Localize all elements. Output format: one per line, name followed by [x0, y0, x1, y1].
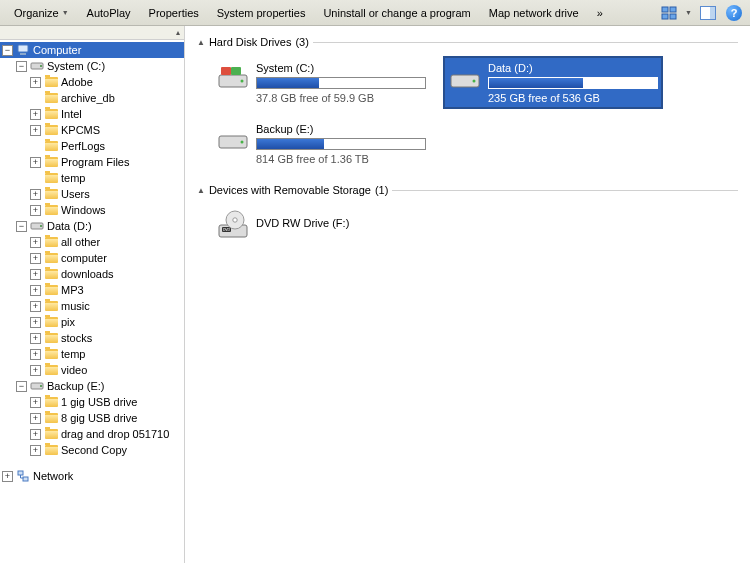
svg-rect-14 [18, 471, 23, 475]
autoplay-button[interactable]: AutoPlay [79, 4, 139, 22]
drive-tile-system-c[interactable]: System (C:) 37.8 GB free of 59.9 GB [211, 56, 431, 109]
tree-node-folder[interactable]: +computer [0, 250, 184, 266]
tree-label: all other [61, 236, 100, 248]
group-header-removable[interactable]: ▲ Devices with Removable Storage (1) [197, 184, 738, 196]
navigation-pane[interactable]: ▴ − Computer − System (C:) +Adobe archiv… [0, 26, 185, 563]
svg-point-13 [40, 385, 42, 387]
hard-drive-icon [448, 61, 482, 95]
tree-node-folder[interactable]: PerfLogs [0, 138, 184, 154]
tree-node-system-c[interactable]: − System (C:) [0, 58, 184, 74]
expand-icon[interactable]: + [30, 413, 41, 424]
expand-icon[interactable]: + [30, 157, 41, 168]
expand-icon[interactable]: + [30, 253, 41, 264]
tree-node-folder[interactable]: +KPCMS [0, 122, 184, 138]
expand-icon[interactable]: + [2, 471, 13, 482]
tree-node-folder[interactable]: +pix [0, 314, 184, 330]
expand-icon[interactable]: + [30, 109, 41, 120]
expand-icon[interactable]: + [30, 349, 41, 360]
tree-node-folder[interactable]: +Second Copy [0, 442, 184, 458]
tree-node-computer[interactable]: − Computer [0, 42, 184, 58]
expand-icon[interactable]: + [30, 77, 41, 88]
collapse-icon[interactable]: − [16, 381, 27, 392]
help-button[interactable]: ? [724, 3, 744, 23]
scroll-up-button[interactable]: ▴ [0, 26, 184, 40]
tree-node-folder[interactable]: +1 gig USB drive [0, 394, 184, 410]
system-properties-button[interactable]: System properties [209, 4, 314, 22]
drive-name: Data (D:) [488, 62, 658, 74]
tree-node-backup-e[interactable]: − Backup (E:) [0, 378, 184, 394]
drive-tile-dvd-f[interactable]: DVD DVD RW Drive (F:) [211, 204, 431, 248]
expand-icon[interactable]: + [30, 205, 41, 216]
expand-icon[interactable]: + [30, 397, 41, 408]
expand-icon[interactable]: + [30, 333, 41, 344]
tree-label: stocks [61, 332, 92, 344]
tree-label: KPCMS [61, 124, 100, 136]
preview-pane-button[interactable] [698, 3, 718, 23]
tree-node-folder[interactable]: +8 gig USB drive [0, 410, 184, 426]
expand-icon[interactable]: + [30, 301, 41, 312]
network-icon [16, 469, 30, 483]
organize-menu[interactable]: Organize▼ [6, 4, 77, 22]
expand-icon[interactable]: + [30, 317, 41, 328]
toolbar-overflow[interactable]: » [589, 4, 611, 22]
folder-icon [44, 75, 58, 89]
svg-rect-5 [710, 7, 715, 19]
map-network-drive-button[interactable]: Map network drive [481, 4, 587, 22]
uninstall-button[interactable]: Uninstall or change a program [315, 4, 478, 22]
capacity-bar [256, 138, 426, 150]
drive-free-text: 235 GB free of 536 GB [488, 92, 658, 104]
folder-icon [44, 171, 58, 185]
expand-icon[interactable]: + [30, 189, 41, 200]
svg-point-23 [241, 141, 244, 144]
hard-drive-icon [216, 61, 250, 95]
folder-icon [44, 107, 58, 121]
change-view-button[interactable] [659, 3, 679, 23]
svg-text:DVD: DVD [223, 228, 231, 232]
drive-icon [30, 379, 44, 393]
expand-icon[interactable]: + [30, 445, 41, 456]
tree-node-network[interactable]: + Network [0, 468, 184, 484]
group-count: (3) [295, 36, 308, 48]
tree-node-folder[interactable]: +downloads [0, 266, 184, 282]
tree-node-folder[interactable]: +temp [0, 346, 184, 362]
expand-icon[interactable]: + [30, 237, 41, 248]
tree-node-folder[interactable]: +Intel [0, 106, 184, 122]
tree-node-folder[interactable]: +music [0, 298, 184, 314]
tree-node-folder[interactable]: +Adobe [0, 74, 184, 90]
collapse-icon[interactable]: − [16, 221, 27, 232]
dropdown-arrow-icon[interactable]: ▼ [685, 9, 692, 16]
group-header-hdd[interactable]: ▲ Hard Disk Drives (3) [197, 36, 738, 48]
tree-node-folder[interactable]: +Windows [0, 202, 184, 218]
folder-icon [44, 267, 58, 281]
tree-node-folder[interactable]: +video [0, 362, 184, 378]
expand-icon[interactable]: + [30, 125, 41, 136]
tree-node-folder[interactable]: +Users [0, 186, 184, 202]
expand-icon[interactable]: + [30, 365, 41, 376]
tree-node-folder[interactable]: +Program Files [0, 154, 184, 170]
drive-tile-data-d[interactable]: Data (D:) 235 GB free of 536 GB [443, 56, 663, 109]
drive-tile-backup-e[interactable]: Backup (E:) 814 GB free of 1.36 TB [211, 117, 431, 170]
tree-node-data-d[interactable]: − Data (D:) [0, 218, 184, 234]
tree-label: Users [61, 188, 90, 200]
tree-node-folder[interactable]: +stocks [0, 330, 184, 346]
tree-node-folder[interactable]: +MP3 [0, 282, 184, 298]
expand-icon[interactable]: + [30, 269, 41, 280]
expand-icon[interactable]: + [30, 429, 41, 440]
tree-node-folder[interactable]: +all other [0, 234, 184, 250]
content-pane[interactable]: ▲ Hard Disk Drives (3) System (C:) 37.8 … [185, 26, 750, 563]
svg-rect-17 [221, 67, 231, 75]
tree-label: Windows [61, 204, 106, 216]
svg-point-28 [233, 218, 237, 222]
drive-name: Backup (E:) [256, 123, 426, 135]
collapse-icon[interactable]: − [16, 61, 27, 72]
collapse-caret-icon: ▲ [197, 38, 205, 47]
tree-node-folder[interactable]: archive_db [0, 90, 184, 106]
properties-button[interactable]: Properties [141, 4, 207, 22]
folder-icon [44, 315, 58, 329]
tree-node-folder[interactable]: +drag and drop 051710 [0, 426, 184, 442]
collapse-icon[interactable]: − [2, 45, 13, 56]
capacity-bar [256, 77, 426, 89]
svg-rect-18 [231, 67, 241, 75]
expand-icon[interactable]: + [30, 285, 41, 296]
tree-node-folder[interactable]: temp [0, 170, 184, 186]
